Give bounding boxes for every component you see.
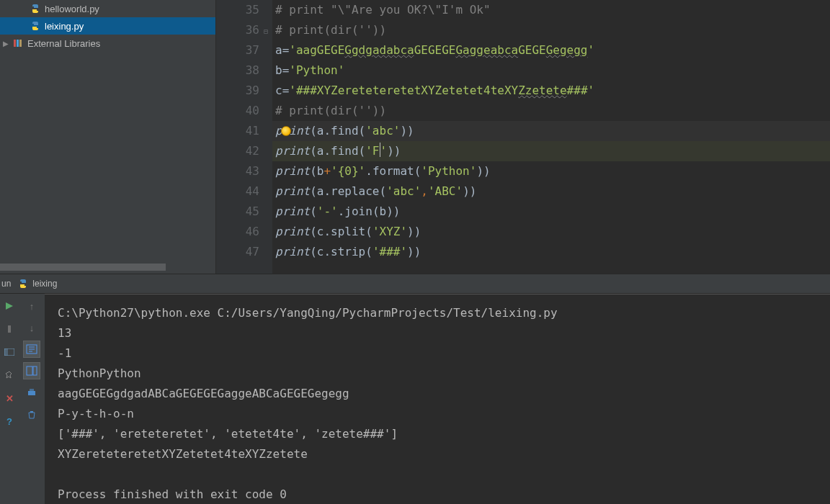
tree-file-leixing-py[interactable]: leixing.py <box>0 17 215 35</box>
tree-file-label: helloworld.py <box>45 4 99 14</box>
run-toolwindow-header[interactable]: un leixing <box>0 274 830 294</box>
code-line-36[interactable]: # print(dir('')) <box>272 20 830 40</box>
stop-disabled-button[interactable] <box>1 321 17 337</box>
code-line-46[interactable]: print(c.split('XYZ')) <box>272 222 830 242</box>
external-libraries-node[interactable]: ▶ External Libraries <box>0 35 215 52</box>
code-line-38[interactable]: b='Python' <box>272 60 830 81</box>
up-button[interactable]: ↑ <box>24 298 40 314</box>
editor-gutter: ⊟ 35363738394041424344454647 <box>216 0 272 274</box>
close-button[interactable]: ✕ <box>1 390 17 406</box>
svg-rect-6 <box>4 348 8 356</box>
code-line-35[interactable]: # print "\"Are you OK?\"I'm Ok" <box>272 0 830 20</box>
svg-rect-2 <box>19 40 22 47</box>
python-file-icon <box>30 4 40 14</box>
code-line-37[interactable]: a='aagGEGEGgdgadabcaGEGEGEGaggeabcaGEGEG… <box>272 40 830 60</box>
code-line-43[interactable]: print(b+'{0}'.format('Python')) <box>272 161 830 181</box>
tree-horizontal-scrollbar[interactable] <box>0 264 166 271</box>
scroll-to-end-button[interactable] <box>24 363 40 379</box>
clear-all-button[interactable] <box>24 406 40 422</box>
pin-button[interactable] <box>1 367 17 383</box>
project-tree[interactable]: helloworld.pyleixing.py ▶ External Libra… <box>0 0 216 274</box>
python-file-icon <box>30 21 40 31</box>
run-config-name: leixing <box>32 279 57 289</box>
svg-rect-9 <box>33 366 37 375</box>
external-libraries-label: External Libraries <box>27 38 100 49</box>
console-output[interactable]: C:\Python27\python.exe C:/Users/YangQing… <box>45 294 830 504</box>
fold-marker-icon[interactable]: ⊟ <box>261 22 268 29</box>
run-left-toolbar: ✕ ? <box>0 294 19 504</box>
code-line-44[interactable]: print(a.replace('abc','ABC')) <box>272 181 830 202</box>
code-line-40[interactable]: # print(dir('')) <box>272 101 830 121</box>
soft-wrap-button[interactable] <box>24 341 40 357</box>
editor-content[interactable]: # print "\"Are you OK?\"I'm Ok"# print(d… <box>272 0 830 274</box>
code-line-47[interactable]: print(c.strip('###')) <box>272 242 830 262</box>
help-button[interactable]: ? <box>1 413 17 429</box>
tree-file-label: leixing.py <box>45 21 84 32</box>
code-line-42[interactable]: print(a.find('F')) <box>272 141 830 161</box>
code-line-39[interactable]: c='###XYZereteteretetXYZetetet4teXYZzete… <box>272 81 830 101</box>
svg-rect-8 <box>27 366 32 375</box>
code-line-41[interactable]: print(a.find('abc')) <box>272 121 830 141</box>
svg-marker-3 <box>6 302 13 310</box>
rerun-button[interactable] <box>1 298 17 314</box>
run-label-prefix: un <box>1 279 11 289</box>
code-editor[interactable]: ⊟ 35363738394041424344454647 # print "\"… <box>216 0 830 274</box>
svg-rect-1 <box>17 40 19 47</box>
tree-file-helloworld-py[interactable]: helloworld.py <box>0 0 215 17</box>
svg-rect-10 <box>28 391 35 395</box>
library-icon <box>13 38 23 48</box>
print-button[interactable] <box>24 384 40 400</box>
down-button[interactable]: ↓ <box>24 320 40 336</box>
svg-rect-0 <box>14 40 16 47</box>
intention-bulb-icon[interactable] <box>281 126 291 136</box>
svg-rect-4 <box>8 325 11 333</box>
code-line-45[interactable]: print('-'.join(b)) <box>272 202 830 222</box>
python-file-icon <box>18 279 28 289</box>
run-secondary-toolbar: ↑ ↓ <box>19 294 45 504</box>
svg-rect-11 <box>30 389 34 391</box>
chevron-right-icon: ▶ <box>3 40 9 48</box>
layout-button[interactable] <box>1 344 17 360</box>
